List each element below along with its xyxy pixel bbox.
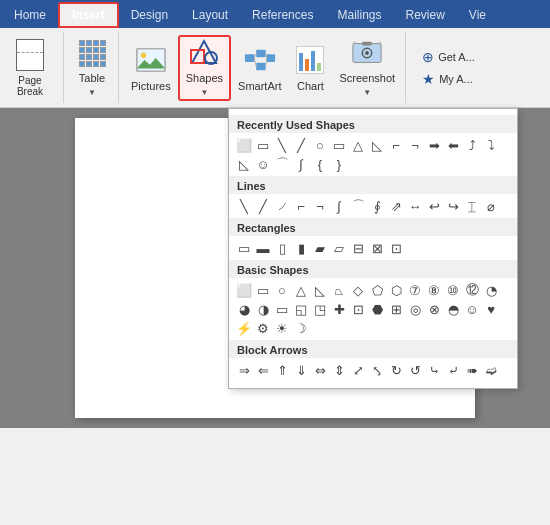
tab-home[interactable]: Home — [2, 2, 58, 28]
bs-moon[interactable]: ☽ — [292, 319, 310, 337]
ba-ccw[interactable]: ↺ — [406, 361, 424, 379]
get-addins-button[interactable]: ⊕ Get A... — [416, 47, 481, 67]
pictures-button[interactable]: Pictures — [125, 35, 177, 101]
bs-smiley[interactable]: ☺ — [463, 300, 481, 318]
tab-insert[interactable]: Insert — [58, 2, 119, 28]
ba-curved-l[interactable]: ⤶ — [444, 361, 462, 379]
bs-rt-triangle[interactable]: ◺ — [311, 281, 329, 299]
rect-snip3[interactable]: ▰ — [311, 239, 329, 257]
bs-circle-12[interactable]: ⑫ — [463, 281, 481, 299]
bs-cube[interactable]: ⬣ — [368, 300, 386, 318]
table-button[interactable]: Table ▼ — [70, 35, 114, 101]
ba-left[interactable]: ⇐ — [254, 361, 272, 379]
line-elbow[interactable]: ⌐ — [292, 197, 310, 215]
bs-sun[interactable]: ☀ — [273, 319, 291, 337]
bs-circle-8[interactable]: ⑧ — [425, 281, 443, 299]
tab-layout[interactable]: Layout — [180, 2, 240, 28]
ba-cw[interactable]: ↻ — [387, 361, 405, 379]
shape-flowchart[interactable]: ◺ — [235, 155, 253, 173]
page-break-button[interactable]: Page Break — [8, 35, 52, 101]
chart-button[interactable]: Chart — [288, 35, 332, 101]
tab-mailings[interactable]: Mailings — [325, 2, 393, 28]
shape-arrow-left[interactable]: ⬅ — [444, 136, 462, 154]
bs-text[interactable]: ⬜ — [235, 281, 253, 299]
rect-rounded[interactable]: ▬ — [254, 239, 272, 257]
shape-text-box[interactable]: ⬜ — [235, 136, 253, 154]
rect-snip2[interactable]: ▮ — [292, 239, 310, 257]
shape-smiley[interactable]: ☺ — [254, 155, 272, 173]
rect-plaque[interactable]: ⊡ — [387, 239, 405, 257]
rect-basic[interactable]: ▭ — [235, 239, 253, 257]
bs-no-symbol[interactable]: ⊗ — [425, 300, 443, 318]
line-elbow2[interactable]: ¬ — [311, 197, 329, 215]
shape-connector[interactable]: ⌐ — [387, 136, 405, 154]
line-curved-arrow[interactable]: ↪ — [444, 197, 462, 215]
bs-bevel[interactable]: ⊞ — [387, 300, 405, 318]
bs-hexagon[interactable]: ⬡ — [387, 281, 405, 299]
bs-chord[interactable]: ◕ — [235, 300, 253, 318]
tab-design[interactable]: Design — [119, 2, 180, 28]
bs-vert-text[interactable]: ▭ — [254, 281, 272, 299]
rect-frame[interactable]: ⊠ — [368, 239, 386, 257]
shape-brace-l[interactable]: { — [311, 155, 329, 173]
line-arc[interactable]: ⌒ — [349, 197, 367, 215]
shape-freeform[interactable]: ⤴ — [463, 136, 481, 154]
ba-lr[interactable]: ⇔ — [311, 361, 329, 379]
shape-oval[interactable]: ○ — [311, 136, 329, 154]
line-scribble[interactable]: ∮ — [368, 197, 386, 215]
ba-ud[interactable]: ⇕ — [330, 361, 348, 379]
bs-half-frame[interactable]: ◱ — [292, 300, 310, 318]
bs-circle-10[interactable]: ⑩ — [444, 281, 462, 299]
shape-connector2[interactable]: ¬ — [406, 136, 424, 154]
ba-diag1[interactable]: ⤢ — [349, 361, 367, 379]
line-elbow-arrow[interactable]: ↩ — [425, 197, 443, 215]
bs-donut[interactable]: ◎ — [406, 300, 424, 318]
bs-frame[interactable]: ▭ — [273, 300, 291, 318]
shape-line2[interactable]: ╱ — [292, 136, 310, 154]
ba-right[interactable]: ⇒ — [235, 361, 253, 379]
shape-curve2[interactable]: ∫ — [292, 155, 310, 173]
shape-arrow-right[interactable]: ➡ — [425, 136, 443, 154]
line-diag1[interactable]: ╲ — [235, 197, 253, 215]
bs-teardrop[interactable]: ◑ — [254, 300, 272, 318]
line-diag3[interactable]: ⟋ — [273, 197, 291, 215]
tab-references[interactable]: References — [240, 2, 325, 28]
bs-heart[interactable]: ♥ — [482, 300, 500, 318]
shape-brace-r[interactable]: } — [330, 155, 348, 173]
shape-rt-tri[interactable]: ◺ — [368, 136, 386, 154]
bs-gear[interactable]: ⚙ — [254, 319, 272, 337]
bs-pie[interactable]: ◔ — [482, 281, 500, 299]
ba-curved-r[interactable]: ⤷ — [425, 361, 443, 379]
tab-review[interactable]: Review — [393, 2, 456, 28]
bs-circle-7[interactable]: ⑦ — [406, 281, 424, 299]
shape-rect[interactable]: ▭ — [330, 136, 348, 154]
line-connector[interactable]: ⌶ — [463, 197, 481, 215]
tab-view[interactable]: Vie — [457, 2, 498, 28]
bs-corner[interactable]: ◳ — [311, 300, 329, 318]
bs-lightning[interactable]: ⚡ — [235, 319, 253, 337]
shape-line[interactable]: ╲ — [273, 136, 291, 154]
ba-up[interactable]: ⇑ — [273, 361, 291, 379]
line-connector2[interactable]: ⌀ — [482, 197, 500, 215]
bs-trapezoid[interactable]: ⏢ — [330, 281, 348, 299]
rect-snip[interactable]: ▯ — [273, 239, 291, 257]
shapes-button[interactable]: Shapes ▼ — [178, 35, 231, 101]
rect-snip4[interactable]: ▱ — [330, 239, 348, 257]
bs-pentagon[interactable]: ⬠ — [368, 281, 386, 299]
shape-triangle[interactable]: △ — [349, 136, 367, 154]
bs-block-arc[interactable]: ◓ — [444, 300, 462, 318]
smartart-button[interactable]: SmartArt — [232, 35, 287, 101]
shape-text-box2[interactable]: ▭ — [254, 136, 272, 154]
shape-freeform2[interactable]: ⤵ — [482, 136, 500, 154]
line-dbl-arrow[interactable]: ↔ — [406, 197, 424, 215]
ba-striped-r[interactable]: ➠ — [463, 361, 481, 379]
line-curved[interactable]: ∫ — [330, 197, 348, 215]
ba-notched[interactable]: ➫ — [482, 361, 500, 379]
bs-diamond[interactable]: ◇ — [349, 281, 367, 299]
rect-fold[interactable]: ⊟ — [349, 239, 367, 257]
shape-curve[interactable]: ⌒ — [273, 155, 291, 173]
my-addins-button[interactable]: ★ My A... — [416, 69, 479, 89]
bs-oval[interactable]: ○ — [273, 281, 291, 299]
ba-down[interactable]: ⇓ — [292, 361, 310, 379]
bs-triangle[interactable]: △ — [292, 281, 310, 299]
